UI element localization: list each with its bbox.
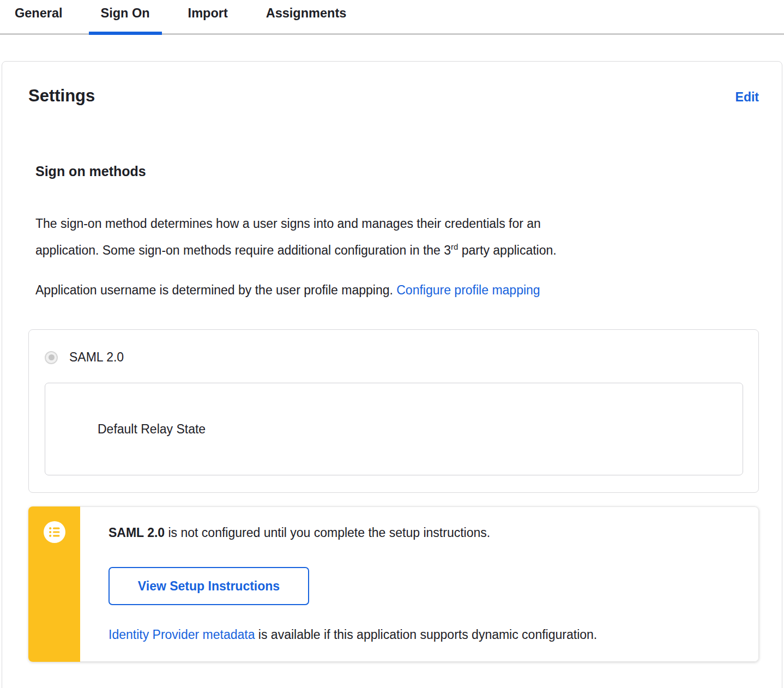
sign-on-methods-title: Sign on methods bbox=[35, 164, 759, 179]
settings-card: Settings Edit Sign on methods The sign-o… bbox=[2, 61, 782, 688]
default-relay-state-label: Default Relay State bbox=[98, 422, 206, 437]
saml-not-configured-callout: SAML 2.0 is not configured until you com… bbox=[28, 506, 759, 662]
tab-assignments-label: Assignments bbox=[266, 6, 347, 20]
callout-message: SAML 2.0 is not configured until you com… bbox=[108, 525, 737, 540]
callout-message-bold: SAML 2.0 bbox=[108, 526, 165, 540]
saml-radio-dot bbox=[49, 354, 55, 360]
description-line-2-pre: application. Some sign-on methods requir… bbox=[35, 243, 451, 257]
callout-message-text: is not configured until you complete the… bbox=[165, 526, 490, 540]
tab-sign-on[interactable]: Sign On bbox=[89, 0, 162, 33]
metadata-line: Identity Provider metadata is available … bbox=[108, 627, 737, 642]
tab-assignments[interactable]: Assignments bbox=[254, 0, 359, 33]
username-mapping-description: Application username is determined by th… bbox=[35, 277, 759, 304]
settings-card-header: Settings Edit bbox=[28, 62, 759, 106]
tab-general[interactable]: General bbox=[3, 0, 75, 33]
tab-sign-on-label: Sign On bbox=[101, 6, 150, 20]
saml-radio[interactable] bbox=[45, 351, 58, 364]
saml-radio-row[interactable]: SAML 2.0 bbox=[45, 350, 743, 365]
default-relay-state-field: Default Relay State bbox=[45, 383, 743, 475]
saml-radio-label: SAML 2.0 bbox=[69, 350, 124, 365]
username-mapping-text: Application username is determined by th… bbox=[35, 283, 396, 297]
description-line-2-post: party application. bbox=[458, 243, 556, 257]
description-line-1: The sign-on method determines how a user… bbox=[35, 210, 759, 237]
tab-bar: General Sign On Import Assignments bbox=[0, 0, 784, 35]
identity-provider-metadata-link[interactable]: Identity Provider metadata bbox=[108, 627, 255, 642]
tab-general-label: General bbox=[15, 6, 63, 20]
callout-body: SAML 2.0 is not configured until you com… bbox=[80, 506, 759, 662]
description-line-2: application. Some sign-on methods requir… bbox=[35, 237, 759, 264]
sign-on-methods-description: The sign-on method determines how a user… bbox=[35, 210, 759, 264]
metadata-text: is available if this application support… bbox=[255, 627, 597, 642]
edit-link[interactable]: Edit bbox=[735, 90, 759, 105]
ordinal-superscript: rd bbox=[451, 242, 458, 251]
page-title: Settings bbox=[28, 86, 95, 106]
configure-profile-mapping-link[interactable]: Configure profile mapping bbox=[396, 283, 540, 297]
tab-import[interactable]: Import bbox=[176, 0, 240, 33]
list-instructions-icon bbox=[44, 521, 65, 543]
callout-warning-stripe bbox=[28, 506, 80, 662]
view-setup-instructions-button[interactable]: View Setup Instructions bbox=[108, 567, 309, 605]
saml-method-box: SAML 2.0 Default Relay State bbox=[28, 329, 759, 493]
tab-import-label: Import bbox=[188, 6, 228, 20]
